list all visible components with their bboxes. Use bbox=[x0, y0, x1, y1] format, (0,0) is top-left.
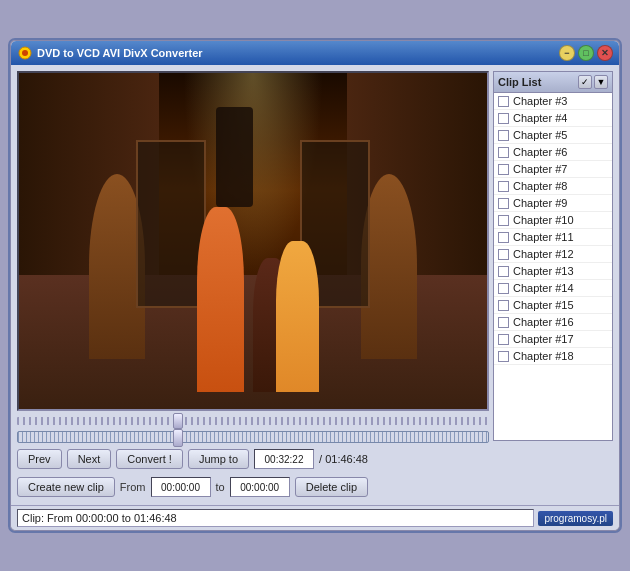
clip-list-item[interactable]: Chapter #4 bbox=[494, 110, 612, 127]
status-bar: Clip: From 00:00:00 to 01:46:48 programo… bbox=[11, 505, 619, 530]
convert-button[interactable]: Convert ! bbox=[116, 449, 183, 469]
create-new-clip-button[interactable]: Create new clip bbox=[17, 477, 115, 497]
clip-checkbox[interactable] bbox=[498, 147, 509, 158]
clip-checkbox[interactable] bbox=[498, 300, 509, 311]
clip-checkbox[interactable] bbox=[498, 96, 509, 107]
figure3 bbox=[276, 241, 318, 392]
clip-item-label: Chapter #3 bbox=[513, 95, 567, 107]
to-label: to bbox=[216, 481, 225, 493]
clip-checkbox[interactable] bbox=[498, 334, 509, 345]
clip-list-item[interactable]: Chapter #16 bbox=[494, 314, 612, 331]
app-icon bbox=[17, 45, 33, 61]
svg-point-1 bbox=[22, 50, 28, 56]
timeline-container[interactable] bbox=[17, 415, 489, 427]
minimize-button[interactable]: − bbox=[559, 45, 575, 61]
to-time-input[interactable] bbox=[230, 477, 290, 497]
clip-checkbox[interactable] bbox=[498, 232, 509, 243]
controls-row2: Create new clip From to Delete clip bbox=[17, 475, 489, 499]
clip-list-panel: Clip List ✓ ▼ Chapter #3Chapter #4Chapte… bbox=[493, 71, 613, 441]
clip-item-label: Chapter #8 bbox=[513, 180, 567, 192]
progress-track[interactable] bbox=[17, 417, 489, 425]
video-scene bbox=[19, 73, 487, 409]
clip-list-item[interactable]: Chapter #13 bbox=[494, 263, 612, 280]
seek-bar[interactable] bbox=[17, 431, 489, 443]
clip-item-label: Chapter #15 bbox=[513, 299, 574, 311]
title-bar: DVD to VCD AVI DivX Converter − □ ✕ bbox=[11, 41, 619, 65]
prev-button[interactable]: Prev bbox=[17, 449, 62, 469]
clip-list-item[interactable]: Chapter #12 bbox=[494, 246, 612, 263]
clip-list-item[interactable]: Chapter #7 bbox=[494, 161, 612, 178]
clip-item-label: Chapter #18 bbox=[513, 350, 574, 362]
clip-checkbox[interactable] bbox=[498, 164, 509, 175]
maximize-button[interactable]: □ bbox=[578, 45, 594, 61]
clip-item-label: Chapter #16 bbox=[513, 316, 574, 328]
brand-label: programosy.pl bbox=[538, 511, 613, 526]
clip-list-items[interactable]: Chapter #3Chapter #4Chapter #5Chapter #6… bbox=[494, 93, 612, 440]
clip-item-label: Chapter #12 bbox=[513, 248, 574, 260]
clip-checkbox[interactable] bbox=[498, 215, 509, 226]
total-time-display: / 01:46:48 bbox=[319, 453, 368, 465]
close-button[interactable]: ✕ bbox=[597, 45, 613, 61]
clip-list-item[interactable]: Chapter #10 bbox=[494, 212, 612, 229]
window-title: DVD to VCD AVI DivX Converter bbox=[37, 47, 203, 59]
clip-item-label: Chapter #14 bbox=[513, 282, 574, 294]
clip-list-item[interactable]: Chapter #15 bbox=[494, 297, 612, 314]
clip-checkbox[interactable] bbox=[498, 113, 509, 124]
clip-item-label: Chapter #9 bbox=[513, 197, 567, 209]
clip-item-label: Chapter #4 bbox=[513, 112, 567, 124]
controls-row1: Prev Next Convert ! Jump to / 01:46:48 bbox=[17, 447, 489, 471]
clip-list-item[interactable]: Chapter #5 bbox=[494, 127, 612, 144]
status-text: Clip: From 00:00:00 to 01:46:48 bbox=[17, 509, 534, 527]
clip-list-title: Clip List bbox=[498, 76, 541, 88]
clip-item-label: Chapter #10 bbox=[513, 214, 574, 226]
window-controls: − □ ✕ bbox=[559, 45, 613, 61]
figure1 bbox=[197, 207, 244, 392]
scene-object bbox=[216, 107, 253, 208]
clip-list-item[interactable]: Chapter #6 bbox=[494, 144, 612, 161]
clip-list-item[interactable]: Chapter #18 bbox=[494, 348, 612, 365]
video-frame bbox=[17, 71, 489, 411]
clip-list-icon2[interactable]: ▼ bbox=[594, 75, 608, 89]
jump-to-button[interactable]: Jump to bbox=[188, 449, 249, 469]
clip-checkbox[interactable] bbox=[498, 283, 509, 294]
scene-frame bbox=[136, 140, 206, 308]
clip-checkbox[interactable] bbox=[498, 351, 509, 362]
next-button[interactable]: Next bbox=[67, 449, 112, 469]
main-window: DVD to VCD AVI DivX Converter − □ ✕ bbox=[10, 40, 620, 531]
from-label: From bbox=[120, 481, 146, 493]
clip-list-item[interactable]: Chapter #9 bbox=[494, 195, 612, 212]
clip-list-item[interactable]: Chapter #3 bbox=[494, 93, 612, 110]
clip-item-label: Chapter #13 bbox=[513, 265, 574, 277]
clip-checkbox[interactable] bbox=[498, 317, 509, 328]
current-time-input[interactable] bbox=[254, 449, 314, 469]
clip-list-item[interactable]: Chapter #11 bbox=[494, 229, 612, 246]
clip-item-label: Chapter #7 bbox=[513, 163, 567, 175]
clip-checkbox[interactable] bbox=[498, 181, 509, 192]
seek-thumb[interactable] bbox=[173, 429, 183, 447]
clip-list-item[interactable]: Chapter #8 bbox=[494, 178, 612, 195]
clip-list-item[interactable]: Chapter #17 bbox=[494, 331, 612, 348]
clip-item-label: Chapter #5 bbox=[513, 129, 567, 141]
main-area: Prev Next Convert ! Jump to / 01:46:48 C… bbox=[17, 71, 489, 499]
clip-checkbox[interactable] bbox=[498, 130, 509, 141]
title-bar-left: DVD to VCD AVI DivX Converter bbox=[17, 45, 203, 61]
clip-list-item[interactable]: Chapter #14 bbox=[494, 280, 612, 297]
clip-list-icons: ✓ ▼ bbox=[578, 75, 608, 89]
clip-item-label: Chapter #11 bbox=[513, 231, 574, 243]
clip-list-header: Clip List ✓ ▼ bbox=[494, 72, 612, 93]
delete-clip-button[interactable]: Delete clip bbox=[295, 477, 368, 497]
content-area: Prev Next Convert ! Jump to / 01:46:48 C… bbox=[11, 65, 619, 505]
clip-list-icon1[interactable]: ✓ bbox=[578, 75, 592, 89]
clip-checkbox[interactable] bbox=[498, 266, 509, 277]
progress-thumb[interactable] bbox=[173, 413, 183, 429]
clip-item-label: Chapter #17 bbox=[513, 333, 574, 345]
clip-checkbox[interactable] bbox=[498, 249, 509, 260]
clip-item-label: Chapter #6 bbox=[513, 146, 567, 158]
clip-checkbox[interactable] bbox=[498, 198, 509, 209]
from-time-input[interactable] bbox=[151, 477, 211, 497]
